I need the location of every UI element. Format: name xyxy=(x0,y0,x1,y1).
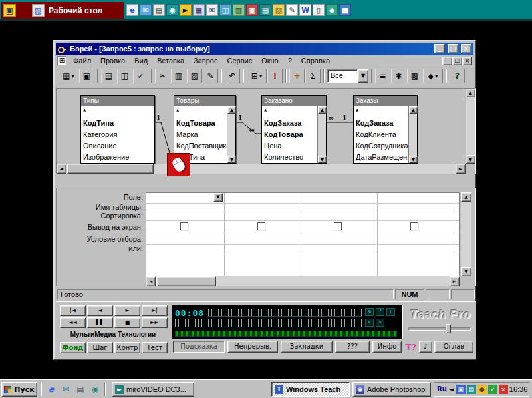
field-list-types[interactable]: Типы * КодТипа Категория Описание Изобра… xyxy=(80,95,155,164)
field-item[interactable]: Количество xyxy=(262,152,317,163)
field-item[interactable]: КодТовара xyxy=(174,118,227,129)
video-tray-icon[interactable]: ▣ xyxy=(456,385,466,394)
field-list-scrollbar[interactable]: ▲ ▼ xyxy=(227,106,235,163)
volume-icon[interactable]: ◄ xyxy=(448,385,455,394)
calendar-icon[interactable]: ▦ xyxy=(193,4,205,16)
field-item[interactable]: КодКлиента xyxy=(354,129,408,140)
scroll-down-icon[interactable]: ▼ xyxy=(466,155,475,164)
progress-strip[interactable] xyxy=(175,331,397,337)
query-window-icon[interactable]: ⊞ xyxy=(57,56,66,65)
outlook-express-icon[interactable]: ✉ xyxy=(140,4,152,16)
menu-view[interactable]: Вид xyxy=(130,55,152,66)
diagram-vertical-scrollbar[interactable]: ▲ ▼ xyxy=(466,89,475,164)
scroll-down-icon[interactable]: ▼ xyxy=(409,156,418,163)
task-photoshop[interactable]: ◉Adobe Photoshop xyxy=(352,382,431,397)
run-button[interactable]: ! xyxy=(267,69,283,83)
zoom-button[interactable]: ⊕ xyxy=(365,308,374,316)
scroll-up-icon[interactable]: ▲ xyxy=(466,89,475,97)
print-preview-button[interactable]: ◫ xyxy=(117,69,132,83)
scroll-left-icon[interactable]: ◄ xyxy=(146,276,156,286)
field-item[interactable]: КодЗаказа xyxy=(262,118,317,129)
field-item[interactable]: Категория xyxy=(81,129,154,140)
contents-button[interactable]: Оглав xyxy=(434,341,473,353)
scrollbar-thumb[interactable] xyxy=(67,164,154,174)
scroll-up-icon[interactable]: ▲ xyxy=(461,192,471,202)
info-button[interactable]: Инфо xyxy=(372,341,402,353)
field-item[interactable]: КодЗаказа xyxy=(354,118,408,129)
child-minimize-button[interactable]: _ xyxy=(442,57,452,65)
display-tray-icon[interactable]: ▤ xyxy=(467,385,476,394)
show-checkbox[interactable] xyxy=(180,222,188,230)
volume-slider-track[interactable] xyxy=(408,327,471,331)
scroll-up-icon[interactable]: ▲ xyxy=(227,106,236,114)
totals-button[interactable]: Σ xyxy=(305,69,321,83)
grid-horizontal-scrollbar[interactable]: ◄ ► xyxy=(146,276,460,286)
child-restore-button[interactable]: □ xyxy=(452,57,462,65)
field-item[interactable]: ДатаРазмещения xyxy=(354,152,408,163)
show-table-button[interactable]: + xyxy=(289,69,305,83)
field-item[interactable]: * xyxy=(262,106,317,118)
bookmarks-button[interactable]: Закладки xyxy=(281,341,332,353)
forward-button[interactable]: ► xyxy=(114,305,140,316)
format-painter-button[interactable]: ✎ xyxy=(203,69,218,83)
voice-button[interactable]: ♪ xyxy=(419,341,432,353)
network-places-icon[interactable]: ◫ xyxy=(219,4,231,16)
field-list-scrollbar[interactable]: ▲ ▼ xyxy=(317,106,326,163)
field-list-caption[interactable]: Заказы xyxy=(354,96,417,106)
timeline-row-2[interactable] xyxy=(175,319,362,327)
field-item[interactable]: * xyxy=(81,106,154,118)
alert-icon[interactable]: × xyxy=(499,385,508,394)
task-windows-teach[interactable]: TWindows Teach xyxy=(271,382,350,397)
field-item[interactable]: * xyxy=(174,106,227,118)
antivirus-icon[interactable]: ✓ xyxy=(488,385,497,394)
copy-button[interactable]: ▥ xyxy=(171,69,186,83)
close-button[interactable]: × xyxy=(461,44,471,53)
save-button[interactable]: ▣ xyxy=(79,69,94,83)
menu-tools[interactable]: Сервис xyxy=(222,55,257,66)
scroll-up-icon[interactable]: ▲ xyxy=(409,106,418,114)
pause-button[interactable]: ▌▌ xyxy=(87,317,113,328)
timeline-row-1[interactable] xyxy=(208,309,362,317)
text-document-icon[interactable]: ▯ xyxy=(313,4,325,16)
scroll-left-icon[interactable]: ◄ xyxy=(57,164,66,174)
field-item[interactable]: Марка xyxy=(174,129,227,140)
tools-icon[interactable]: ■ xyxy=(339,4,351,16)
unknown-button[interactable]: ??? xyxy=(335,341,370,353)
menu-help[interactable]: Справка xyxy=(297,55,334,66)
media-player-icon[interactable]: ► xyxy=(180,4,192,16)
scroll-right-icon[interactable]: ► xyxy=(456,164,466,174)
show-checkbox[interactable] xyxy=(334,222,342,230)
folder-icon[interactable]: ▨ xyxy=(32,4,45,17)
paste-button[interactable]: ▨ xyxy=(187,69,202,83)
desktop-toolbar-caption[interactable]: ▣ ▨ Рабочий стол xyxy=(1,2,124,19)
display-icon[interactable]: ▣ xyxy=(246,4,258,16)
folder-shortcut-icon[interactable]: ▨ xyxy=(273,4,285,16)
back-button[interactable]: ◄ xyxy=(87,305,113,316)
field-list-orders[interactable]: Заказы * КодЗаказа КодКлиента КодСотрудн… xyxy=(353,95,418,164)
show-checkbox[interactable] xyxy=(410,222,418,230)
minimize-button[interactable]: _ xyxy=(434,44,445,53)
chart-icon[interactable]: ▥ xyxy=(233,4,245,16)
menu-window[interactable]: Окно xyxy=(257,55,283,66)
menu-insert[interactable]: Вставка xyxy=(152,55,189,66)
step-button[interactable]: Шаг xyxy=(87,342,113,353)
maximize-button[interactable]: □ xyxy=(448,44,458,53)
word-icon[interactable]: W xyxy=(299,4,311,16)
help-small-button[interactable]: ? xyxy=(376,308,384,316)
scroll-right-icon[interactable]: ► xyxy=(450,276,460,286)
globe-icon[interactable]: ◉ xyxy=(166,4,178,16)
seek-back-button[interactable]: « xyxy=(365,319,374,327)
spelling-button[interactable]: ✓ xyxy=(133,69,148,83)
scroll-down-icon[interactable]: ▼ xyxy=(227,156,236,163)
notes-icon[interactable]: ✎ xyxy=(286,4,298,16)
menu-file[interactable]: Файл xyxy=(68,55,96,66)
info-small-button[interactable]: i xyxy=(386,308,395,316)
print-button[interactable]: ▤ xyxy=(101,69,116,83)
field-item[interactable]: КодПоставщика xyxy=(174,140,227,152)
field-item[interactable]: Описание xyxy=(81,140,154,152)
test-button[interactable]: Тест xyxy=(142,342,168,353)
scroll-down-icon[interactable]: ▼ xyxy=(318,156,327,163)
outlook-express-icon[interactable]: ✉ xyxy=(60,383,72,395)
query-type-button[interactable]: ⊞▼ xyxy=(247,69,267,83)
field-list-caption[interactable]: Товары xyxy=(174,96,235,106)
